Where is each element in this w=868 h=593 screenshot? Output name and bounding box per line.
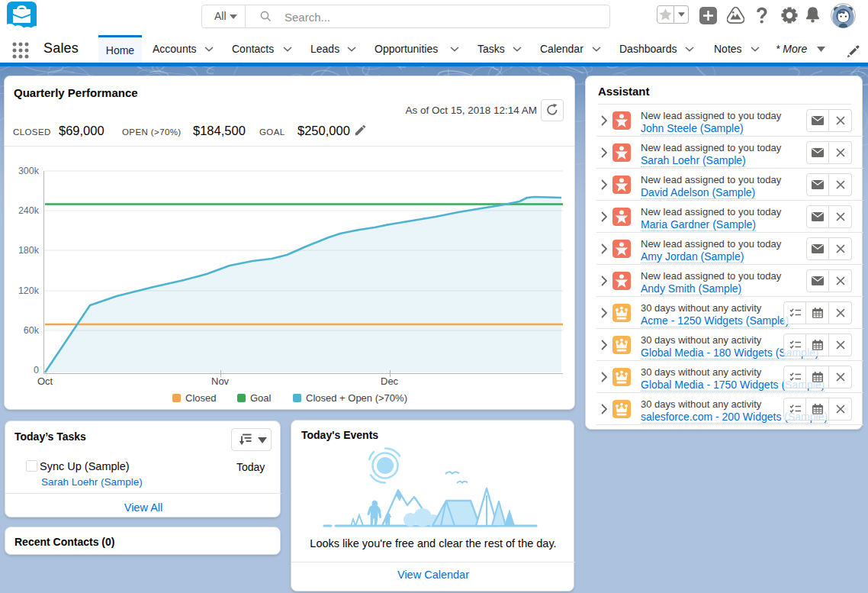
svg-text:Closed: Closed bbox=[185, 392, 216, 404]
svg-text:Dec: Dec bbox=[381, 375, 399, 387]
svg-text:Oct: Oct bbox=[37, 375, 53, 387]
svg-text:240k: 240k bbox=[18, 205, 40, 216]
svg-text:300k: 300k bbox=[18, 166, 40, 176]
svg-text:60k: 60k bbox=[24, 325, 40, 336]
svg-text:120k: 120k bbox=[18, 285, 40, 296]
svg-text:180k: 180k bbox=[18, 245, 40, 256]
svg-text:0: 0 bbox=[34, 365, 39, 375]
svg-text:Goal: Goal bbox=[250, 392, 272, 404]
svg-text:Closed + Open (>70%): Closed + Open (>70%) bbox=[306, 392, 407, 404]
svg-text:Nov: Nov bbox=[211, 375, 230, 387]
